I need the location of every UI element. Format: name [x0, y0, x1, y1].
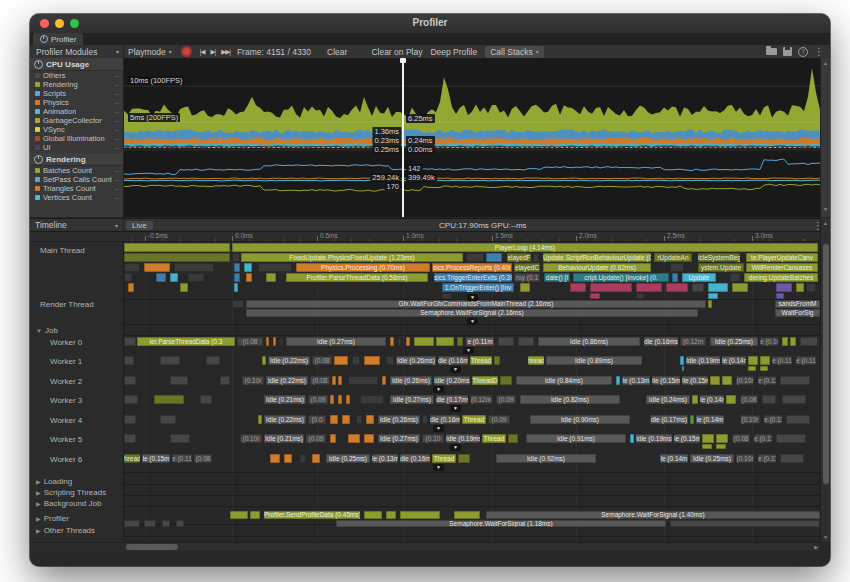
timeline-sample-idle-0-19ms-[interactable]: Idle (0.19ms): [686, 356, 720, 365]
scroll-right-icon[interactable]: ▶: [814, 544, 818, 550]
legend-drag-handle[interactable]: –: [115, 185, 119, 192]
legend-drag-handle[interactable]: –: [115, 194, 119, 201]
thread-label-loading[interactable]: ▶Loading: [36, 477, 72, 486]
timeline-sample[interactable]: [266, 337, 269, 346]
legend-drag-handle[interactable]: –: [115, 167, 119, 174]
timeline-sample[interactable]: [174, 263, 214, 272]
timeline-sample[interactable]: [348, 434, 360, 443]
timeline-sample[interactable]: [520, 283, 530, 292]
timeline-sample--0-10[interactable]: (0.10: [422, 434, 444, 443]
timeline-sample-idle-0-21ms-[interactable]: Idle (0.21ms): [264, 395, 306, 404]
timeline-sample[interactable]: [533, 253, 539, 262]
timeline-sample--0-08[interactable]: (0.08: [310, 376, 330, 385]
timeline-sample-e-0-11m[interactable]: e (0.11m: [758, 454, 776, 463]
timeline-sample[interactable]: [280, 337, 283, 346]
foldout-open-icon[interactable]: ▼: [36, 328, 42, 334]
timeline-sample[interactable]: [786, 415, 810, 424]
flow-event-icon[interactable]: ▼: [433, 425, 444, 432]
thread-label-worker-3[interactable]: Worker 3: [50, 396, 82, 405]
timeline-sample[interactable]: [170, 376, 188, 385]
timeline-sample--0-08[interactable]: (0.08: [194, 454, 212, 463]
scroll-down-icon[interactable]: ▼: [823, 206, 828, 212]
timeline-sample[interactable]: [590, 293, 600, 299]
timeline-sample-rupdatean[interactable]: rUpdateAn: [654, 253, 692, 262]
timeline-sample[interactable]: [330, 395, 334, 404]
timeline-sample--0-09[interactable]: (0.09: [308, 395, 328, 404]
timeline-sample-thread[interactable]: Thread: [470, 356, 492, 365]
timeline-sample[interactable]: [338, 395, 342, 404]
timeline-sample-sics-processreports-0-40r[interactable]: sics.ProcessReports (0.40r: [432, 263, 512, 272]
cpu-usage-chart[interactable]: [124, 58, 820, 148]
cpu-legend-item[interactable]: Rendering–: [30, 80, 123, 89]
thread-label-worker-6[interactable]: Worker 6: [50, 455, 82, 464]
timeline-sample[interactable]: [762, 395, 776, 404]
cpu-legend-item[interactable]: GarbageCollector–: [30, 116, 123, 125]
timeline-sample[interactable]: [457, 337, 463, 346]
timeline-sample-le-0-13m[interactable]: le (0.13m: [372, 454, 398, 463]
timeline-sample[interactable]: [364, 356, 380, 365]
timeline-sample[interactable]: [616, 376, 620, 385]
timeline-sample[interactable]: [780, 376, 810, 385]
foldout-closed-icon[interactable]: ▶: [36, 516, 41, 522]
timeline-sample--0-08[interactable]: (0.08: [732, 434, 750, 443]
timeline-sample[interactable]: [124, 273, 132, 282]
tab-profiler[interactable]: Profiler: [33, 33, 83, 45]
timeline-sample-thread[interactable]: Thread: [432, 454, 456, 463]
thread-label-worker-5[interactable]: Worker 5: [50, 435, 82, 444]
timeline-sample[interactable]: [590, 283, 632, 292]
flow-event-icon[interactable]: ▼: [467, 318, 478, 325]
record-icon[interactable]: [181, 46, 192, 57]
flow-event-icon[interactable]: ▼: [433, 386, 444, 393]
timeline-sample[interactable]: [782, 395, 806, 404]
thread-label-worker-0[interactable]: Worker 0: [50, 338, 82, 347]
timeline-sample-willrendercanvases[interactable]: WillRenderCanvases: [746, 263, 818, 272]
thread-label-worker-2[interactable]: Worker 2: [50, 377, 82, 386]
rendering-chart[interactable]: [124, 151, 820, 217]
timeline-sample-idle-0-22ms-[interactable]: Idle (0.22ms): [264, 415, 306, 424]
foldout-closed-icon[interactable]: ▶: [36, 490, 41, 496]
vertical-scrollbar[interactable]: ▲ ▼: [820, 218, 830, 542]
timeline-sample[interactable]: [220, 376, 230, 385]
timeline-sample-elayedc[interactable]: elayedC: [514, 263, 540, 272]
timeline-sample[interactable]: [748, 366, 756, 371]
timeline-sample-le-0-14m[interactable]: le (0.14m: [700, 395, 724, 404]
flow-event-icon[interactable]: ▼: [450, 366, 461, 373]
timeline-sample-idle-0-21ms-[interactable]: Idle (0.21ms): [264, 434, 304, 443]
timeline-sample[interactable]: [716, 434, 728, 443]
thread-label-render-thread[interactable]: Render Thread: [40, 300, 94, 309]
timeline-sample-update[interactable]: Update: [682, 273, 716, 282]
timeline-sample[interactable]: [360, 395, 384, 404]
cpu-legend-item[interactable]: Physics–: [30, 98, 123, 107]
timeline-sample[interactable]: [458, 454, 470, 463]
timeline-sample-dle-0-16ms[interactable]: dle (0.16ms: [438, 356, 468, 365]
timeline-sample[interactable]: [284, 454, 292, 463]
timeline-sample-roy-0-1[interactable]: roy (0.1: [514, 273, 540, 282]
timeline-sample[interactable]: [200, 395, 212, 404]
timeline-sample-idle-0-25ms-[interactable]: Idle (0.25ms): [690, 454, 734, 463]
timeline-sample-sandsfromm[interactable]: sandsFromM: [775, 300, 820, 308]
timeline-sample[interactable]: [234, 273, 240, 282]
timeline-sample[interactable]: [124, 395, 138, 404]
timeline-sample[interactable]: [666, 283, 688, 292]
save-profile-icon[interactable]: [783, 47, 792, 56]
timeline-sample--0-09[interactable]: (0.09: [488, 415, 510, 424]
timeline-sample[interactable]: [273, 337, 276, 346]
timeline-sample-idle-0-91ms-[interactable]: Idle (0.91ms): [526, 434, 626, 443]
timeline-sample-e-0-11m[interactable]: e (0.11m: [758, 376, 776, 385]
timeline-sample-hread[interactable]: hread: [124, 454, 140, 463]
timeline-sample-idle-0-89ms-[interactable]: Idle (0.89ms): [546, 356, 642, 365]
horizontal-scrollbar[interactable]: ▶: [124, 542, 820, 551]
rendering-legend-item[interactable]: SetPass Calls Count–: [30, 175, 123, 184]
timeline-sample[interactable]: [160, 356, 180, 365]
timeline-sample-e-0-10r[interactable]: e (0.10r: [760, 337, 778, 346]
load-profile-icon[interactable]: [766, 48, 777, 55]
timeline-sample-idle-0-24ms-[interactable]: Idle (0.24ms): [646, 395, 690, 404]
timeline-sample[interactable]: [258, 415, 262, 424]
timeline-sample[interactable]: [124, 415, 136, 424]
timeline-sample[interactable]: [338, 376, 342, 385]
timeline-sample-1-ontriggerenter-inv[interactable]: 1.OnTriggerEnter() [Inv: [442, 283, 514, 292]
rendering-legend-item[interactable]: Triangles Count–: [30, 184, 123, 193]
flow-event-icon[interactable]: ▼: [463, 347, 474, 354]
timeline-sample--0-10r[interactable]: (0.10r: [242, 376, 264, 385]
timeline-sample-gfx-waitforgfxcommandsfrommainthread-2-16ms-[interactable]: Gfx.WaitForGfxCommandsFromMainThread (2.…: [246, 300, 706, 308]
